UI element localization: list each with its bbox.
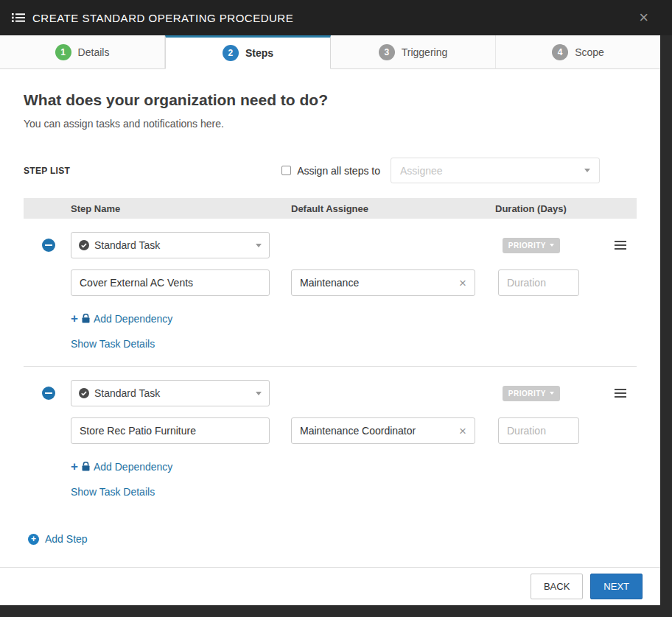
modal-title: CREATE STANDARD OPERATING PROCEDURE — [32, 12, 293, 24]
task-type-select[interactable]: Standard Task — [71, 232, 270, 258]
priority-label: PRIORITY — [508, 241, 546, 250]
tab-label-scope: Scope — [575, 46, 604, 58]
next-button[interactable]: NEXT — [590, 574, 643, 599]
drag-handle[interactable] — [615, 389, 626, 398]
drag-handle[interactable] — [615, 241, 626, 250]
assign-all-assignee-select[interactable]: Assignee — [391, 158, 600, 183]
step-indicator-2: 2 — [223, 45, 239, 61]
assign-all-label: Assign all steps to — [297, 165, 380, 177]
chevron-down-icon — [550, 392, 554, 395]
add-step-icon: + — [28, 534, 39, 545]
show-task-details-link[interactable]: Show Task Details — [71, 486, 155, 498]
chevron-down-icon — [584, 169, 590, 172]
duration-input[interactable] — [498, 417, 579, 444]
drag-handle-icon — [615, 389, 626, 398]
chevron-down-icon — [256, 244, 262, 247]
task-type-value: Standard Task — [94, 239, 160, 251]
remove-step-button[interactable] — [42, 387, 55, 400]
column-default-assignee: Default Assignee — [291, 203, 495, 214]
tab-label-triggering: Triggering — [402, 46, 448, 58]
tab-label-steps: Steps — [245, 47, 273, 59]
column-duration: Duration (Days) — [495, 203, 637, 214]
check-circle-icon — [79, 388, 89, 398]
task-type-select[interactable]: Standard Task — [71, 380, 270, 406]
remove-step-button[interactable] — [42, 239, 55, 252]
task-type-value: Standard Task — [94, 387, 160, 399]
list-icon — [12, 13, 25, 23]
step-list-label: STEP LIST — [24, 166, 70, 176]
step-indicator-1: 1 — [55, 44, 71, 60]
tab-label-details: Details — [78, 46, 110, 58]
plus-icon: + — [71, 312, 78, 325]
modal-header: CREATE STANDARD OPERATING PROCEDURE × — [0, 0, 672, 35]
assignee-value: Maintenance Coordinator — [300, 425, 416, 437]
clear-icon[interactable]: × — [459, 425, 466, 437]
chevron-down-icon — [550, 244, 554, 247]
clear-icon[interactable]: × — [459, 277, 466, 289]
assign-all-group: Assign all steps to Assignee — [281, 158, 600, 183]
step-list-toolbar: STEP LIST Assign all steps to Assignee — [24, 158, 637, 183]
tab-details[interactable]: 1 Details — [0, 35, 165, 69]
priority-label: PRIORITY — [508, 389, 546, 398]
step-indicator-4: 4 — [552, 44, 568, 60]
assign-all-checkbox[interactable] — [281, 166, 291, 175]
step-name-input[interactable] — [71, 417, 270, 444]
duration-input[interactable] — [498, 269, 579, 296]
back-button[interactable]: BACK — [531, 574, 583, 599]
tab-triggering[interactable]: 3 Triggering — [331, 35, 496, 69]
column-step-name: Step Name — [71, 203, 291, 214]
assignee-placeholder: Assignee — [400, 165, 443, 177]
add-step-label: Add Step — [45, 533, 88, 545]
priority-button[interactable]: PRIORITY — [503, 386, 560, 401]
add-dependency-link[interactable]: + Add Dependency — [71, 312, 172, 325]
priority-button[interactable]: PRIORITY — [503, 238, 560, 253]
modal-footer: BACK NEXT — [0, 567, 660, 605]
show-task-details-link[interactable]: Show Task Details — [71, 338, 155, 350]
add-dependency-label: Add Dependency — [94, 313, 172, 325]
wizard-tabs: 1 Details 2 Steps 3 Triggering 4 Scope — [0, 35, 660, 69]
close-icon[interactable]: × — [639, 10, 648, 26]
lock-icon — [82, 314, 90, 323]
step-row: Standard Task PRIORITY — [24, 366, 637, 514]
drag-handle-icon — [615, 241, 626, 250]
page-title: What does your organization need to do? — [24, 91, 637, 109]
steps-table-header: Step Name Default Assignee Duration (Day… — [24, 198, 637, 219]
tab-steps[interactable]: 2 Steps — [165, 35, 331, 69]
page-subtitle: You can assign tasks and notifications h… — [24, 118, 637, 130]
plus-icon: + — [71, 460, 78, 473]
assignee-value: Maintenance — [300, 277, 359, 289]
add-dependency-link[interactable]: + Add Dependency — [71, 460, 172, 473]
add-dependency-label: Add Dependency — [94, 461, 172, 473]
create-sop-modal: CREATE STANDARD OPERATING PROCEDURE × 1 … — [0, 0, 660, 605]
modal-content: What does your organization need to do? … — [0, 69, 660, 567]
chevron-down-icon — [256, 392, 262, 395]
step-indicator-3: 3 — [379, 44, 395, 60]
assignee-field[interactable]: Maintenance Coordinator × — [291, 417, 475, 444]
assignee-field[interactable]: Maintenance × — [291, 269, 475, 296]
add-step-button[interactable]: + Add Step — [28, 533, 88, 545]
tab-scope[interactable]: 4 Scope — [496, 35, 660, 69]
lock-icon — [82, 462, 90, 471]
check-circle-icon — [79, 240, 89, 250]
step-name-input[interactable] — [71, 269, 270, 296]
step-row: Standard Task PRIORITY — [24, 219, 637, 366]
